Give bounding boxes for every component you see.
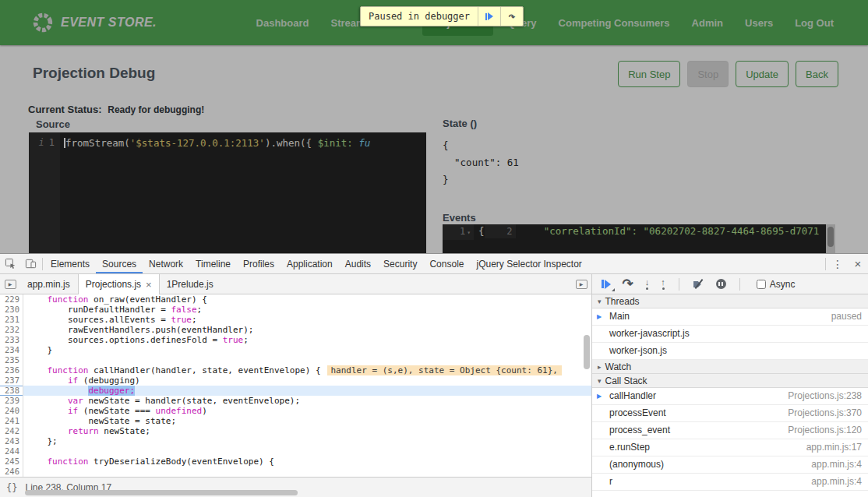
step-over-button[interactable]: ↷ (623, 277, 633, 291)
update-button[interactable]: Update (736, 61, 789, 87)
call-stack-frame-anonymous[interactable]: (anonymous)app.min.js:4 (592, 456, 868, 474)
code-row[interactable]: 232 rawEventHandlers.push(eventHandler); (0, 325, 591, 335)
pretty-print-button[interactable]: {} (6, 482, 17, 493)
call-stack-frame-e-runstep[interactable]: e.runStepapp.min.js:17 (592, 439, 868, 456)
line-number-229[interactable]: 229 (0, 294, 23, 305)
line-number-236[interactable]: 236 (0, 365, 23, 375)
banner-resume-button[interactable] (478, 7, 500, 26)
show-navigator-button[interactable]: ▶ (0, 274, 20, 294)
thread-row-main[interactable]: ▶Mainpaused (592, 308, 868, 326)
events-scrollbar-thumb[interactable] (827, 227, 834, 247)
code-row[interactable]: 237 if (debugging) (0, 375, 591, 386)
call-stack-frame-callhandler[interactable]: ▶callHandlerProjections.js:238 (592, 388, 868, 405)
resume-script-button[interactable] (602, 280, 611, 289)
code-row[interactable]: 244 (0, 446, 591, 456)
frame-location: app.min.js:4 (811, 456, 868, 473)
source-code-line[interactable]: fromStream('$stats-127.0.0.1:2113').when… (60, 132, 370, 149)
call-stack-frame-r[interactable]: rapp.min.js:4 (592, 474, 868, 491)
events-editor[interactable]: 1▾{2 "correlationId": "06202702-8827-446… (443, 224, 826, 253)
deactivate-breakpoints-button[interactable] (693, 279, 704, 289)
line-number-233[interactable]: 233 (0, 335, 23, 345)
thread-row-worker-javascript-js[interactable]: worker-javascript.js (592, 326, 868, 343)
code-row[interactable]: 230 runDefaultHandler = false; (0, 305, 591, 315)
line-number-234[interactable]: 234 (0, 345, 23, 355)
tab-sources[interactable]: Sources (96, 254, 143, 273)
code-row[interactable]: 241 newState = state; (0, 416, 591, 426)
line-number-240[interactable]: 240 (0, 406, 23, 416)
nav-item-users[interactable]: Users (737, 10, 781, 36)
nav-item-competing-consumers[interactable]: Competing Consumers (551, 10, 678, 36)
code-row[interactable]: 236 function callHandler(handler, state,… (0, 365, 591, 375)
horizontal-scrollbar-thumb[interactable] (25, 490, 298, 495)
nav-item-log-out[interactable]: Log Out (787, 10, 842, 36)
line-number-237[interactable]: 237 (0, 375, 23, 386)
code-token (312, 137, 318, 149)
line-number-242[interactable]: 242 (0, 426, 23, 436)
line-number-230[interactable]: 230 (0, 305, 23, 315)
call-stack-frame-processevent[interactable]: processEventProjections.js:370 (592, 405, 868, 422)
line-number-231[interactable]: 231 (0, 315, 23, 325)
tab-timeline[interactable]: Timeline (189, 254, 237, 273)
fold-arrow-icon[interactable]: ▾ (467, 229, 471, 236)
device-toolbar-button[interactable] (20, 254, 41, 273)
code-row[interactable]: 234 } (0, 345, 591, 355)
inspect-element-button[interactable] (0, 254, 20, 273)
code-row[interactable]: 229 function on_raw(eventHandler) { (0, 294, 591, 305)
watch-section-header[interactable]: ▸ Watch (592, 360, 868, 374)
nav-item-admin[interactable]: Admin (684, 10, 731, 36)
nav-item-dashboard[interactable]: Dashboard (249, 10, 317, 36)
show-right-panel-button[interactable]: ▶ (571, 274, 591, 294)
code-row[interactable]: 231 sources.allEvents = true; (0, 315, 591, 325)
vertical-scrollbar-thumb[interactable] (584, 335, 590, 369)
devtools-menu-button[interactable]: ⋮ (827, 254, 848, 273)
banner-step-over-button[interactable]: ↷ (500, 7, 523, 26)
call-stack-section-header[interactable]: ▾ Call Stack (592, 374, 868, 388)
tab-audits[interactable]: Audits (339, 254, 377, 273)
tab-elements[interactable]: Elements (44, 254, 96, 273)
code-row[interactable]: 238 debugger; (0, 386, 591, 396)
code-row[interactable]: 242 return newState; (0, 426, 591, 436)
async-checkbox[interactable] (757, 280, 766, 289)
line-number-239[interactable]: 239 (0, 396, 23, 406)
tab-network[interactable]: Network (143, 254, 189, 273)
line-number-238[interactable]: 238 (0, 386, 23, 396)
events-line-number[interactable]: 2 (485, 224, 516, 238)
line-number-245[interactable]: 245 (0, 456, 23, 467)
close-tab-icon[interactable]: × (146, 279, 152, 291)
events-scrollbar[interactable] (826, 224, 835, 253)
file-tab-projections-js[interactable]: Projections.js× (78, 274, 160, 294)
back-button[interactable]: Back (796, 61, 838, 87)
code-row[interactable]: 245 function tryDeserializeBody(eventEnv… (0, 456, 591, 467)
line-number-241[interactable]: 241 (0, 416, 23, 426)
source-editor[interactable]: i1 fromStream('$stats-127.0.0.1:2113').w… (29, 132, 426, 253)
tab-security[interactable]: Security (377, 254, 423, 273)
code-row[interactable]: 243 }; (0, 436, 591, 446)
step-out-button[interactable]: ↑ (661, 278, 665, 290)
thread-row-worker-json-js[interactable]: worker-json.js (592, 343, 868, 360)
line-number-244[interactable]: 244 (0, 446, 23, 456)
run-step-button[interactable]: Run Step (618, 61, 680, 87)
file-tab-app-min-js[interactable]: app.min.js (20, 274, 78, 294)
devtools-close-button[interactable]: × (848, 254, 868, 273)
events-line-number[interactable]: 1▾ (443, 224, 474, 240)
call-stack-frame-process-event[interactable]: process_eventProjections.js:120 (592, 422, 868, 439)
line-number-243[interactable]: 243 (0, 436, 23, 446)
tab-profiles[interactable]: Profiles (237, 254, 281, 273)
code-row[interactable]: 240 if (newState === undefined) (0, 406, 591, 416)
code-row[interactable]: 239 var newState = handler(state, eventE… (0, 396, 591, 406)
tab-console[interactable]: Console (423, 254, 470, 273)
file-tab-1prelude-js[interactable]: 1Prelude.js (160, 274, 221, 294)
code-token: } (26, 345, 52, 355)
code-row[interactable]: 233 sources.options.definesFold = true; (0, 335, 591, 345)
line-number-246[interactable]: 246 (0, 467, 23, 477)
code-row[interactable]: 235 (0, 355, 591, 365)
tab-jquery-selector-inspector[interactable]: jQuery Selector Inspector (470, 254, 587, 273)
threads-section-header[interactable]: ▾ Threads (592, 294, 868, 308)
tab-application[interactable]: Application (281, 254, 339, 273)
code-row[interactable]: 246 (0, 467, 591, 477)
pause-on-exceptions-button[interactable] (716, 279, 726, 289)
step-into-button[interactable]: ↓ (645, 278, 650, 290)
line-number-235[interactable]: 235 (0, 355, 23, 365)
line-number-232[interactable]: 232 (0, 325, 23, 335)
code-area[interactable]: 229 function on_raw(eventHandler) {230 r… (0, 294, 591, 477)
